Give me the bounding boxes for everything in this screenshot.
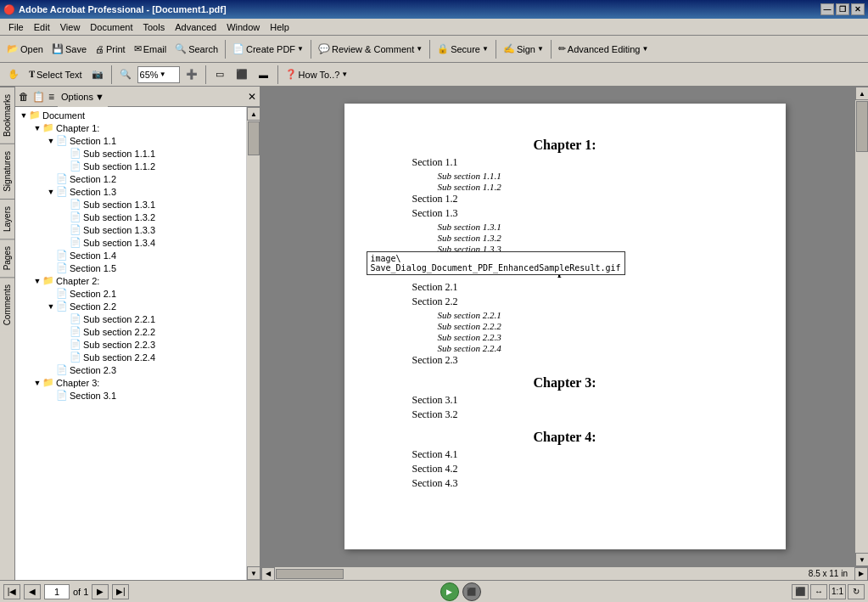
scroll-thumb[interactable] (248, 121, 260, 155)
separator2 (311, 40, 311, 59)
tab-pages[interactable]: Pages (0, 239, 14, 277)
tab-signatures[interactable]: Signatures (0, 143, 14, 199)
next-page-button[interactable]: ▶ (92, 584, 109, 599)
tree-item-subsection1.3.1[interactable]: 📄 Sub section 1.3.1 (15, 198, 246, 211)
tab-layers[interactable]: Layers (0, 199, 14, 239)
h-scroll-track (275, 568, 802, 580)
play-button[interactable]: ▶ (440, 582, 459, 601)
pdf-scroll-up[interactable]: ▲ (855, 87, 868, 100)
toggle-section1.3[interactable]: ▼ (46, 188, 56, 196)
first-page-button[interactable]: |◀ (3, 584, 20, 599)
tree-item-section1.1[interactable]: ▼ 📄 Section 1.1 (15, 134, 246, 147)
search-button[interactable]: 🔍 Search (171, 39, 221, 59)
close-panel-icon[interactable]: ✕ (248, 91, 256, 103)
page-number-input[interactable] (44, 584, 70, 599)
open-button[interactable]: 📂 Open (3, 39, 47, 59)
page-display-btn1[interactable]: ▭ (210, 65, 230, 85)
secure-button[interactable]: 🔒 Secure ▼ (434, 39, 492, 59)
last-page-button[interactable]: ▶| (112, 584, 129, 599)
actual-size-button[interactable]: 1:1 (829, 584, 846, 599)
tab-comments[interactable]: Comments (0, 277, 14, 332)
page-display-btn2[interactable]: ⬛ (232, 65, 252, 85)
tree-item-subsection2.2.2[interactable]: 📄 Sub section 2.2.2 (15, 325, 246, 338)
close-button[interactable]: ✕ (851, 3, 865, 15)
menu-tools[interactable]: Tools (138, 20, 171, 34)
toggle-chapter1[interactable]: ▼ (32, 124, 42, 132)
select-text-button[interactable]: 𝐓 Select Text (25, 65, 86, 85)
fit-width-button[interactable]: ↔ (810, 584, 827, 599)
email-button[interactable]: ✉ Email (131, 39, 171, 59)
prev-page-button[interactable]: ◀ (24, 584, 41, 599)
toggle-document[interactable]: ▼ (19, 111, 29, 120)
hand-tool-button[interactable]: ✋ (3, 65, 24, 85)
stop-button[interactable]: ⬛ (462, 582, 481, 601)
menu-window[interactable]: Window (221, 20, 265, 34)
new-bookmark-icon[interactable]: 📋 (32, 91, 45, 103)
tab-bookmarks[interactable]: Bookmarks (0, 87, 14, 143)
tree-item-section1.2[interactable]: 📄 Section 1.2 (15, 172, 246, 185)
title-bar-controls[interactable]: — ❐ ✕ (820, 3, 865, 15)
options-button[interactable]: Options ▼ (58, 87, 108, 107)
tree-item-section2.3[interactable]: 📄 Section 2.3 (15, 363, 246, 376)
scroll-left-arrow[interactable]: ◀ (261, 567, 275, 581)
menu-file[interactable]: File (3, 20, 29, 34)
review-button[interactable]: 💬 Review & Comment ▼ (315, 39, 426, 59)
rotate-button[interactable]: ↻ (848, 584, 865, 599)
tree-item-section2.2[interactable]: ▼ 📄 Section 2.2 (15, 300, 246, 312)
fit-page-button[interactable]: ⬛ (792, 584, 809, 599)
menu-edit[interactable]: Edit (29, 20, 55, 34)
snapshot-button[interactable]: 📷 (87, 65, 108, 85)
how-to-button[interactable]: ❓ How To..? ▼ (282, 65, 352, 85)
scroll-down-arrow[interactable]: ▼ (247, 566, 260, 580)
tree-item-chapter3[interactable]: ▼ 📁 Chapter 3: (15, 376, 246, 389)
list-view-icon[interactable]: ≡ (48, 91, 54, 103)
tree-item-chapter1[interactable]: ▼ 📁 Chapter 1: (15, 121, 246, 134)
zoom-in-button[interactable]: 🔍 (115, 65, 136, 85)
page-display-btn3[interactable]: ▬ (254, 65, 274, 85)
minimize-button[interactable]: — (820, 3, 834, 15)
scroll-right-arrow[interactable]: ▶ (854, 567, 868, 581)
tree-item-document[interactable]: ▼ 📁 Document (15, 109, 246, 121)
pdf-vertical-scrollbar[interactable]: ▲ ▼ (854, 87, 868, 566)
toggle-chapter2[interactable]: ▼ (32, 277, 42, 285)
tree-item-chapter2[interactable]: ▼ 📁 Chapter 2: (15, 274, 246, 287)
toggle-section1.1[interactable]: ▼ (46, 137, 56, 145)
menu-view[interactable]: View (55, 20, 86, 34)
sign-button[interactable]: ✍ Sign ▼ (500, 39, 547, 59)
scroll-up-arrow[interactable]: ▲ (247, 107, 260, 121)
page-section1.5-icon: 📄 (56, 262, 68, 273)
tree-item-section2.1[interactable]: 📄 Section 2.1 (15, 287, 246, 300)
tree-item-subsection1.1.1[interactable]: 📄 Sub section 1.1.1 (15, 147, 246, 160)
create-pdf-button[interactable]: 📄 Create PDF ▼ (229, 39, 307, 59)
h-scroll-thumb[interactable] (276, 569, 344, 579)
print-button[interactable]: 🖨 Print (92, 39, 129, 59)
tree-item-subsection1.3.4[interactable]: 📄 Sub section 1.3.4 (15, 236, 246, 249)
tree-item-section1.4[interactable]: 📄 Section 1.4 (15, 249, 246, 262)
save-button[interactable]: 💾 Save (48, 39, 90, 59)
tree-item-subsection2.2.4[interactable]: 📄 Sub section 2.2.4 (15, 351, 246, 363)
tree-item-subsection2.2.3[interactable]: 📄 Sub section 2.2.3 (15, 338, 246, 351)
pdf-scroll-down[interactable]: ▼ (855, 553, 868, 566)
zoom-dropdown[interactable]: 65% ▼ (137, 66, 180, 83)
pdf-scroll-thumb[interactable] (856, 101, 868, 152)
tree-item-section3.1[interactable]: 📄 Section 3.1 (15, 389, 246, 402)
toggle-section2.2[interactable]: ▼ (46, 302, 56, 311)
tree-item-section1.3[interactable]: ▼ 📄 Section 1.3 (15, 185, 246, 198)
tree-item-subsection1.1.2[interactable]: 📄 Sub section 1.1.2 (15, 160, 246, 172)
menu-document[interactable]: Document (85, 20, 137, 34)
pdf-horizontal-scrollbar[interactable]: ◀ 8.5 x 11 in ▶ (261, 566, 868, 580)
tree-item-subsection1.3.2[interactable]: 📄 Sub section 1.3.2 (15, 211, 246, 223)
delete-bookmark-icon[interactable]: 🗑 (19, 91, 29, 103)
tree-item-section1.5[interactable]: 📄 Section 1.5 (15, 262, 246, 274)
restore-button[interactable]: ❐ (836, 3, 849, 15)
pdf-scroll-area[interactable]: ▲ ▼ Chapter 1: Section 1.1 Sub section 1… (261, 87, 868, 566)
zoom-value: 65% (140, 70, 159, 80)
bookmark-scrollbar[interactable]: ▲ ▼ (246, 107, 260, 580)
menu-help[interactable]: Help (265, 20, 294, 34)
tree-item-subsection2.2.1[interactable]: 📄 Sub section 2.2.1 (15, 312, 246, 325)
toggle-chapter3[interactable]: ▼ (32, 379, 42, 387)
tree-item-subsection1.3.3[interactable]: 📄 Sub section 1.3.3 (15, 223, 246, 236)
advanced-editing-button[interactable]: ✏ Advanced Editing ▼ (555, 39, 652, 59)
zoom-out-button[interactable]: ➕ (182, 65, 202, 85)
menu-advanced[interactable]: Advanced (170, 20, 221, 34)
